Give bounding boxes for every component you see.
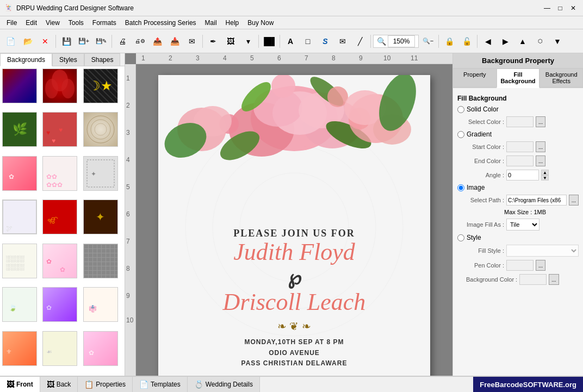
- envelope-button[interactable]: ✉: [334, 33, 351, 49]
- style-radio-label[interactable]: Style: [457, 234, 481, 241]
- tab-styles[interactable]: Styles: [52, 53, 84, 66]
- tab-templates[interactable]: 📄 Templates: [133, 377, 188, 392]
- angle-up-btn[interactable]: ▲: [541, 170, 549, 175]
- print-setup-button[interactable]: 🖨⚙: [132, 33, 148, 49]
- menu-help[interactable]: Help: [221, 18, 244, 28]
- menu-edit[interactable]: Edit: [21, 18, 41, 28]
- minimize-button[interactable]: —: [542, 3, 553, 14]
- start-color-btn[interactable]: ...: [536, 141, 545, 152]
- tab-backgrounds[interactable]: Backgrounds: [0, 53, 52, 66]
- fill-style-select[interactable]: [506, 245, 579, 257]
- text-button[interactable]: A: [282, 33, 299, 49]
- lock-button[interactable]: 🔒: [441, 33, 457, 49]
- list-item[interactable]: ✿: [2, 156, 37, 191]
- angle-input[interactable]: 0: [506, 170, 539, 181]
- new-button[interactable]: 📄: [2, 33, 18, 49]
- solid-color-radio[interactable]: [457, 106, 464, 113]
- save-all-button[interactable]: 💾+: [76, 33, 92, 49]
- menu-formats[interactable]: Formats: [88, 18, 121, 28]
- tab-fill-background[interactable]: Fill Background: [497, 69, 540, 88]
- gradient-radio-label[interactable]: Gradient: [457, 130, 492, 138]
- menu-buynow[interactable]: Buy Now: [243, 18, 278, 28]
- gradient-radio[interactable]: [457, 131, 464, 138]
- list-item[interactable]: [42, 69, 77, 103]
- angle-down-btn[interactable]: ▼: [541, 175, 549, 181]
- select-path-input[interactable]: [506, 195, 567, 206]
- menu-tools[interactable]: Tools: [64, 18, 88, 28]
- open-button[interactable]: 📂: [20, 33, 36, 49]
- zoom-in-button[interactable]: 🔍: [376, 36, 387, 47]
- tab-front[interactable]: 🖼 Front: [0, 377, 40, 392]
- list-item[interactable]: ✿✿: [42, 244, 77, 278]
- arrange-button[interactable]: ⬡: [532, 33, 548, 49]
- start-color-swatch[interactable]: [506, 141, 534, 152]
- zoom-out-button[interactable]: 🔍−: [420, 33, 436, 49]
- save-button[interactable]: 💾: [58, 33, 75, 49]
- tab-background-effects[interactable]: Background Effects: [539, 69, 583, 87]
- pen-color-btn[interactable]: ...: [536, 260, 545, 271]
- pen-button[interactable]: ✒: [205, 33, 221, 49]
- arrow-down-button[interactable]: ▾: [240, 33, 256, 49]
- list-item[interactable]: ░░░░░░░░: [2, 244, 37, 278]
- diagonal-button[interactable]: ╱: [352, 33, 368, 49]
- barcode-button[interactable]: ▐█▌: [261, 33, 277, 49]
- up-button[interactable]: ▲: [514, 33, 531, 49]
- list-item[interactable]: ✿: [83, 331, 118, 366]
- list-item[interactable]: ☽★: [83, 69, 118, 103]
- end-color-swatch[interactable]: [506, 155, 534, 166]
- list-item[interactable]: ੴ: [42, 200, 77, 234]
- list-item[interactable]: ☙: [42, 331, 77, 366]
- browse-path-btn[interactable]: ...: [569, 195, 579, 206]
- menu-file[interactable]: File: [2, 18, 21, 28]
- tab-shapes[interactable]: Shapes: [84, 53, 121, 66]
- image-radio-label[interactable]: Image: [457, 184, 485, 191]
- tab-back[interactable]: 🖼 Back: [40, 377, 78, 392]
- list-item[interactable]: ✦: [83, 200, 118, 234]
- maximize-button[interactable]: □: [555, 3, 566, 14]
- list-item[interactable]: ♥♥♥: [42, 112, 77, 147]
- menu-mail[interactable]: Mail: [201, 18, 221, 28]
- background-color-swatch[interactable]: [519, 274, 547, 285]
- unlock-button[interactable]: 🔓: [458, 33, 475, 49]
- export-button[interactable]: 📤: [149, 33, 165, 49]
- save-as-button[interactable]: 💾✎: [93, 33, 109, 49]
- import-button[interactable]: 📥: [166, 33, 183, 49]
- background-color-btn[interactable]: ...: [549, 274, 559, 285]
- tab-property[interactable]: Property: [453, 69, 497, 87]
- list-item[interactable]: ✿: [42, 287, 77, 322]
- menu-batch[interactable]: Batch Processing Series: [121, 18, 201, 28]
- print-button[interactable]: 🖨: [114, 33, 131, 49]
- style-radio[interactable]: [457, 234, 464, 241]
- down-button[interactable]: ▼: [549, 33, 566, 49]
- list-item[interactable]: ✿✿✿✿✿: [42, 156, 77, 191]
- wordart-button[interactable]: S: [317, 33, 333, 49]
- list-item[interactable]: [2, 69, 37, 103]
- list-item[interactable]: 🍃: [2, 287, 37, 322]
- select-color-swatch[interactable]: [506, 116, 534, 127]
- fwd-button[interactable]: ▶: [497, 33, 513, 49]
- list-item[interactable]: [83, 112, 118, 147]
- list-item[interactable]: 🕊: [2, 200, 37, 234]
- select-color-btn[interactable]: ...: [536, 116, 545, 127]
- pen-color-swatch[interactable]: [506, 260, 534, 271]
- image-radio[interactable]: [457, 184, 464, 191]
- tab-properties[interactable]: 📋 Properties: [78, 377, 133, 392]
- end-color-btn[interactable]: ...: [536, 155, 545, 166]
- mail-button[interactable]: ✉: [184, 33, 200, 49]
- menu-view[interactable]: View: [41, 18, 64, 28]
- list-item[interactable]: 👘: [83, 287, 118, 322]
- list-item[interactable]: ✦: [83, 156, 118, 191]
- list-item[interactable]: ⚜: [2, 331, 37, 366]
- list-item[interactable]: 🌿: [2, 112, 37, 147]
- back-button[interactable]: ◀: [480, 33, 496, 49]
- image-button[interactable]: 🖼: [222, 33, 239, 49]
- tab-wedding-details[interactable]: 💍 Wedding Details: [188, 377, 260, 392]
- solid-color-radio-label[interactable]: Solid Color: [457, 105, 499, 113]
- image-fill-select[interactable]: Tile Stretch Center Fit: [506, 219, 539, 231]
- shapes-button[interactable]: □: [300, 33, 316, 49]
- close-doc-button[interactable]: ✕: [37, 33, 53, 49]
- list-item[interactable]: [83, 244, 118, 278]
- close-button[interactable]: ✕: [568, 3, 579, 14]
- properties-icon: 📋: [84, 380, 94, 389]
- zoom-input[interactable]: 150%: [388, 35, 415, 47]
